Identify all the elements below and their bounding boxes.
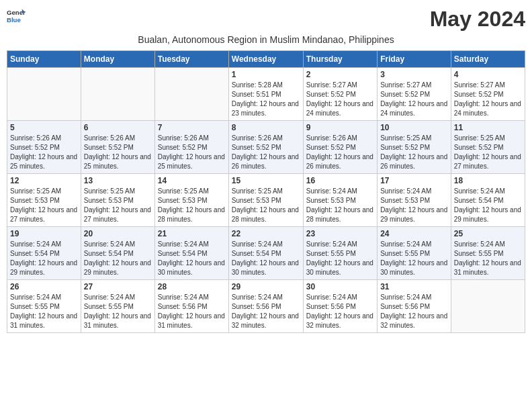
logo: General Blue	[7, 7, 26, 26]
week-row-4: 19Sunrise: 5:24 AM Sunset: 5:54 PM Dayli…	[7, 227, 525, 280]
calendar-cell: 3Sunrise: 5:27 AM Sunset: 5:52 PM Daylig…	[378, 68, 451, 121]
calendar-subtitle: Bualan, Autonomous Region in Muslim Mind…	[7, 34, 525, 45]
day-info: Sunrise: 5:24 AM Sunset: 5:54 PM Dayligh…	[158, 240, 226, 277]
calendar-cell: 1Sunrise: 5:28 AM Sunset: 5:51 PM Daylig…	[228, 68, 303, 121]
day-info: Sunrise: 5:28 AM Sunset: 5:51 PM Dayligh…	[232, 81, 300, 118]
calendar-cell: 7Sunrise: 5:26 AM Sunset: 5:52 PM Daylig…	[154, 121, 228, 174]
day-number: 27	[84, 282, 152, 291]
day-number: 30	[306, 282, 374, 291]
week-row-2: 5Sunrise: 5:26 AM Sunset: 5:52 PM Daylig…	[7, 121, 525, 174]
calendar-cell: 22Sunrise: 5:24 AM Sunset: 5:54 PM Dayli…	[228, 227, 303, 280]
day-number: 8	[232, 123, 300, 132]
calendar-cell: 30Sunrise: 5:24 AM Sunset: 5:56 PM Dayli…	[303, 280, 377, 333]
calendar-cell	[7, 68, 81, 121]
day-number: 24	[380, 229, 448, 238]
day-number: 1	[232, 70, 300, 79]
day-number: 3	[380, 70, 448, 79]
calendar-cell: 6Sunrise: 5:26 AM Sunset: 5:52 PM Daylig…	[81, 121, 154, 174]
day-info: Sunrise: 5:27 AM Sunset: 5:52 PM Dayligh…	[380, 81, 448, 118]
day-number: 14	[158, 176, 226, 185]
day-info: Sunrise: 5:26 AM Sunset: 5:52 PM Dayligh…	[158, 134, 226, 171]
logo-icon: General Blue	[7, 7, 26, 26]
calendar-cell: 15Sunrise: 5:25 AM Sunset: 5:53 PM Dayli…	[228, 174, 303, 227]
day-info: Sunrise: 5:24 AM Sunset: 5:55 PM Dayligh…	[84, 293, 152, 330]
week-row-5: 26Sunrise: 5:24 AM Sunset: 5:55 PM Dayli…	[7, 280, 525, 333]
day-info: Sunrise: 5:24 AM Sunset: 5:55 PM Dayligh…	[380, 240, 448, 277]
calendar-cell: 4Sunrise: 5:27 AM Sunset: 5:52 PM Daylig…	[451, 68, 525, 121]
day-number: 13	[84, 176, 152, 185]
page-header: General Blue May 2024	[7, 7, 525, 32]
svg-text:Blue: Blue	[7, 16, 21, 24]
day-header-tuesday: Tuesday	[154, 51, 228, 68]
day-number: 28	[158, 282, 226, 291]
day-info: Sunrise: 5:24 AM Sunset: 5:55 PM Dayligh…	[10, 293, 78, 330]
day-info: Sunrise: 5:25 AM Sunset: 5:53 PM Dayligh…	[10, 187, 78, 224]
day-number: 12	[10, 176, 78, 185]
day-number: 11	[454, 123, 522, 132]
day-number: 9	[306, 123, 374, 132]
day-number: 31	[380, 282, 448, 291]
day-info: Sunrise: 5:25 AM Sunset: 5:53 PM Dayligh…	[158, 187, 226, 224]
day-header-monday: Monday	[81, 51, 154, 68]
calendar-cell: 2Sunrise: 5:27 AM Sunset: 5:52 PM Daylig…	[303, 68, 377, 121]
day-info: Sunrise: 5:24 AM Sunset: 5:55 PM Dayligh…	[454, 240, 522, 277]
week-row-3: 12Sunrise: 5:25 AM Sunset: 5:53 PM Dayli…	[7, 174, 525, 227]
calendar-header-row: SundayMondayTuesdayWednesdayThursdayFrid…	[7, 51, 525, 68]
day-number: 4	[454, 70, 522, 79]
day-number: 10	[380, 123, 448, 132]
day-info: Sunrise: 5:27 AM Sunset: 5:52 PM Dayligh…	[454, 81, 522, 118]
day-number: 5	[10, 123, 78, 132]
day-info: Sunrise: 5:24 AM Sunset: 5:56 PM Dayligh…	[380, 293, 448, 330]
calendar-cell: 13Sunrise: 5:25 AM Sunset: 5:53 PM Dayli…	[81, 174, 154, 227]
day-header-thursday: Thursday	[303, 51, 377, 68]
calendar-cell: 9Sunrise: 5:26 AM Sunset: 5:52 PM Daylig…	[303, 121, 377, 174]
day-number: 21	[158, 229, 226, 238]
calendar-cell: 16Sunrise: 5:24 AM Sunset: 5:53 PM Dayli…	[303, 174, 377, 227]
day-number: 16	[306, 176, 374, 185]
day-info: Sunrise: 5:24 AM Sunset: 5:54 PM Dayligh…	[84, 240, 152, 277]
day-info: Sunrise: 5:24 AM Sunset: 5:56 PM Dayligh…	[232, 293, 300, 330]
calendar-cell: 23Sunrise: 5:24 AM Sunset: 5:55 PM Dayli…	[303, 227, 377, 280]
day-number: 25	[454, 229, 522, 238]
calendar-table: SundayMondayTuesdayWednesdayThursdayFrid…	[7, 50, 525, 333]
calendar-cell: 18Sunrise: 5:24 AM Sunset: 5:54 PM Dayli…	[451, 174, 525, 227]
day-header-sunday: Sunday	[7, 51, 81, 68]
calendar-cell	[451, 280, 525, 333]
day-info: Sunrise: 5:25 AM Sunset: 5:52 PM Dayligh…	[380, 134, 448, 171]
calendar-cell: 14Sunrise: 5:25 AM Sunset: 5:53 PM Dayli…	[154, 174, 228, 227]
day-number: 23	[306, 229, 374, 238]
day-info: Sunrise: 5:24 AM Sunset: 5:56 PM Dayligh…	[158, 293, 226, 330]
day-info: Sunrise: 5:26 AM Sunset: 5:52 PM Dayligh…	[10, 134, 78, 171]
calendar-cell: 21Sunrise: 5:24 AM Sunset: 5:54 PM Dayli…	[154, 227, 228, 280]
day-info: Sunrise: 5:24 AM Sunset: 5:53 PM Dayligh…	[306, 187, 374, 224]
day-header-saturday: Saturday	[451, 51, 525, 68]
calendar-cell: 19Sunrise: 5:24 AM Sunset: 5:54 PM Dayli…	[7, 227, 81, 280]
calendar-cell: 26Sunrise: 5:24 AM Sunset: 5:55 PM Dayli…	[7, 280, 81, 333]
day-header-friday: Friday	[378, 51, 451, 68]
day-number: 19	[10, 229, 78, 238]
calendar-cell: 20Sunrise: 5:24 AM Sunset: 5:54 PM Dayli…	[81, 227, 154, 280]
day-number: 2	[306, 70, 374, 79]
calendar-cell: 11Sunrise: 5:25 AM Sunset: 5:52 PM Dayli…	[451, 121, 525, 174]
day-number: 29	[232, 282, 300, 291]
day-info: Sunrise: 5:25 AM Sunset: 5:53 PM Dayligh…	[84, 187, 152, 224]
day-number: 6	[84, 123, 152, 132]
day-info: Sunrise: 5:26 AM Sunset: 5:52 PM Dayligh…	[306, 134, 374, 171]
day-info: Sunrise: 5:24 AM Sunset: 5:54 PM Dayligh…	[10, 240, 78, 277]
day-number: 7	[158, 123, 226, 132]
calendar-cell: 24Sunrise: 5:24 AM Sunset: 5:55 PM Dayli…	[378, 227, 451, 280]
day-number: 17	[380, 176, 448, 185]
day-number: 18	[454, 176, 522, 185]
day-info: Sunrise: 5:26 AM Sunset: 5:52 PM Dayligh…	[232, 134, 300, 171]
day-number: 15	[232, 176, 300, 185]
calendar-cell	[81, 68, 154, 121]
calendar-cell: 29Sunrise: 5:24 AM Sunset: 5:56 PM Dayli…	[228, 280, 303, 333]
day-number: 20	[84, 229, 152, 238]
calendar-cell: 10Sunrise: 5:25 AM Sunset: 5:52 PM Dayli…	[378, 121, 451, 174]
day-info: Sunrise: 5:27 AM Sunset: 5:52 PM Dayligh…	[306, 81, 374, 118]
calendar-cell	[154, 68, 228, 121]
week-row-1: 1Sunrise: 5:28 AM Sunset: 5:51 PM Daylig…	[7, 68, 525, 121]
calendar-cell: 31Sunrise: 5:24 AM Sunset: 5:56 PM Dayli…	[378, 280, 451, 333]
day-info: Sunrise: 5:24 AM Sunset: 5:55 PM Dayligh…	[306, 240, 374, 277]
day-number: 26	[10, 282, 78, 291]
